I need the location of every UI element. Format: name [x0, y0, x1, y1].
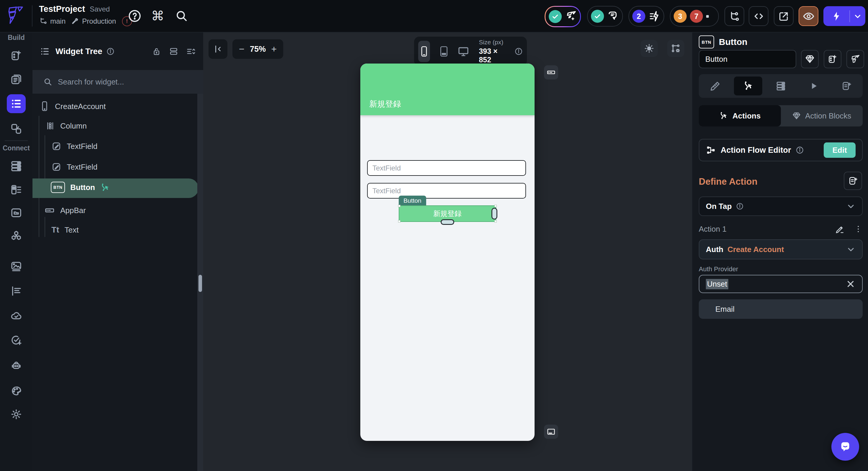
selection-corner-handle[interactable] — [494, 205, 497, 207]
cloud-functions-icon[interactable] — [9, 309, 23, 323]
device-tablet-button[interactable] — [438, 41, 450, 62]
actions-status-pill[interactable]: 2 — [628, 6, 664, 27]
tree-scrollbar-thumb[interactable] — [198, 275, 202, 292]
widget-search[interactable]: Search for widget... — [32, 70, 203, 94]
tree-row-button-selected[interactable]: BTN Button — [51, 182, 111, 193]
ai-review-status-pill[interactable] — [545, 6, 581, 27]
check-icon — [591, 10, 604, 23]
resize-handle-right[interactable] — [491, 208, 497, 219]
phone-preview[interactable]: 新規登録 TextField TextField Button 新規登録 — [360, 63, 534, 441]
resize-handle-bottom[interactable] — [441, 219, 454, 225]
tab-actions[interactable] — [732, 74, 764, 98]
search-placeholder: Search for widget... — [58, 78, 124, 87]
zoom-in-button[interactable]: + — [271, 44, 277, 54]
kebab-menu-icon[interactable] — [854, 225, 863, 233]
issues-status-pill[interactable]: 3 7 — [670, 6, 719, 27]
selection-corner-handle[interactable] — [398, 205, 401, 207]
save-as-component-button[interactable] — [824, 50, 841, 68]
edit-pencil-icon[interactable] — [835, 224, 845, 234]
wrench-icon — [71, 17, 79, 25]
tree-row-column[interactable]: Column — [45, 121, 87, 130]
edit-action-flow-button[interactable]: Edit — [824, 142, 856, 158]
open-external-button[interactable] — [774, 6, 794, 26]
branch-button[interactable] — [724, 6, 744, 26]
support-chat-button[interactable] — [831, 433, 859, 461]
tab-animations[interactable] — [797, 74, 830, 98]
tree-row-createaccount[interactable]: CreateAccount — [39, 101, 106, 112]
app-values-icon[interactable] — [9, 284, 23, 298]
tree-guide — [44, 217, 45, 237]
tab-documentation[interactable] — [830, 74, 863, 98]
components-icon[interactable] — [9, 122, 23, 136]
device-phone-button[interactable] — [418, 41, 430, 62]
dropdown-option-email[interactable]: Email — [699, 299, 863, 319]
selection-corner-handle[interactable] — [398, 220, 401, 223]
canvas-settings-button[interactable] — [667, 40, 684, 57]
appbar-quick-button[interactable] — [544, 65, 558, 80]
tab-properties[interactable] — [699, 74, 732, 98]
tab-action-blocks[interactable]: Action Blocks — [781, 105, 863, 126]
deploy-button[interactable] — [824, 6, 849, 26]
tree-row-textfield-1[interactable]: TextField — [52, 141, 97, 151]
warnings-count-badge: 3 — [674, 10, 687, 23]
tab-backend[interactable] — [764, 74, 797, 98]
media-assets-icon[interactable] — [9, 206, 23, 220]
ai-agents-icon[interactable] — [9, 359, 23, 373]
integrations-icon[interactable] — [9, 229, 23, 243]
pages-icon[interactable] — [9, 72, 23, 87]
command-menu-icon[interactable]: ⌘ — [151, 8, 164, 23]
tests-icon[interactable] — [9, 333, 23, 347]
trigger-select[interactable]: On Tap — [699, 197, 863, 216]
theme-icon[interactable] — [9, 384, 23, 398]
textfield-widget-icon — [52, 162, 61, 172]
flutterflow-logo-icon[interactable] — [5, 5, 25, 27]
theme-style-button[interactable] — [801, 50, 819, 68]
lock-icon[interactable] — [152, 47, 161, 56]
tab-actions-list[interactable]: Actions — [699, 105, 781, 126]
deploy-menu-button[interactable] — [850, 6, 865, 26]
widget-tree-panel: Widget Tree Search for widget... — [32, 32, 203, 471]
tree-row-textfield-2[interactable]: TextField — [52, 162, 97, 172]
add-action-doc-button[interactable] — [844, 172, 862, 190]
widget-palette-icon[interactable] — [9, 49, 23, 63]
settings-icon[interactable] — [9, 407, 23, 421]
action-list-icon — [649, 10, 660, 22]
selection-corner-handle[interactable] — [494, 220, 497, 223]
clear-icon[interactable] — [845, 279, 856, 289]
auth-provider-input[interactable]: Unset — [699, 275, 863, 293]
data-types-icon[interactable] — [9, 183, 23, 197]
info-icon — [515, 47, 523, 56]
actions-tabs: Actions Action Blocks — [699, 105, 863, 126]
connect-section-label: Connect — [0, 144, 32, 152]
collapse-panel-button[interactable] — [209, 39, 227, 59]
tree-row-appbar[interactable]: AppBar — [44, 205, 86, 216]
device-desktop-button[interactable] — [458, 41, 469, 62]
code-view-button[interactable] — [749, 6, 769, 26]
comments-status-pill[interactable] — [587, 6, 623, 27]
preview-textfield-1[interactable]: TextField — [367, 160, 526, 176]
database-icon[interactable] — [9, 159, 23, 173]
zoom-out-button[interactable]: − — [239, 44, 245, 54]
expand-collapse-icon[interactable] — [186, 47, 196, 56]
light-mode-toggle[interactable] — [641, 40, 658, 57]
preview-textfield-2[interactable]: TextField — [367, 183, 526, 199]
tree-scrollbar[interactable] — [197, 94, 203, 471]
search-icon[interactable] — [175, 9, 188, 23]
action-type-select[interactable]: Auth Create Account — [699, 239, 863, 259]
navbar-quick-button[interactable] — [544, 424, 558, 439]
widget-name-input[interactable] — [699, 50, 796, 68]
canvas[interactable]: − 75% + Size (px) 393 × 852 — [203, 32, 692, 471]
preview-button[interactable] — [799, 6, 818, 26]
tree-row-text[interactable]: Tt Text — [52, 225, 79, 235]
widget-tree-nav-icon[interactable] — [7, 94, 26, 113]
project-title: TestProject — [39, 4, 85, 14]
trigger-value: On Tap — [706, 202, 732, 211]
flutterflow-docs-button[interactable] — [846, 50, 864, 68]
environment-name[interactable]: Production — [82, 17, 116, 25]
panel-layout-icon[interactable] — [169, 47, 178, 56]
app-media-icon[interactable] — [9, 259, 23, 274]
help-icon[interactable] — [128, 9, 142, 23]
button-widget-icon: BTN — [51, 182, 65, 193]
branch-name[interactable]: main — [50, 17, 66, 25]
preview-appbar[interactable]: 新規登録 — [360, 63, 534, 115]
